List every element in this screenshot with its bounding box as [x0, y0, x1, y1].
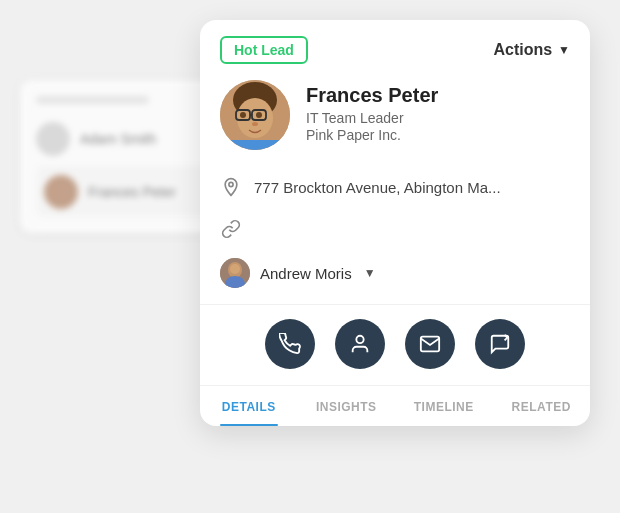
owner-row[interactable]: Andrew Moris ▼ [200, 250, 590, 304]
svg-point-15 [230, 264, 240, 274]
bg-name-adam: Adam Smith [80, 131, 156, 147]
contact-name: Frances Peter [306, 84, 438, 107]
profile-info: Frances Peter IT Team Leader Pink Paper … [306, 80, 438, 143]
tab-details[interactable]: DETAILS [200, 386, 298, 426]
contact-role: IT Team Leader [306, 110, 438, 126]
contact-card: Hot Lead Actions ▼ [200, 20, 590, 426]
owner-name: Andrew Moris [260, 265, 352, 282]
owner-chevron-icon: ▼ [364, 266, 376, 280]
bg-name-frances: Frances Peter [88, 184, 176, 200]
link-row[interactable] [200, 208, 590, 250]
avatar [220, 80, 290, 150]
address-text: 777 Brockton Avenue, Abington Ma... [254, 179, 501, 196]
contact-button[interactable] [335, 319, 385, 369]
tab-timeline[interactable]: TIMELINE [395, 386, 493, 426]
tab-row: DETAILS INSIGHTS TIMELINE RELATED [200, 385, 590, 426]
actions-label: Actions [493, 41, 552, 59]
link-icon [220, 218, 242, 240]
card-header: Hot Lead Actions ▼ [200, 20, 590, 76]
actions-button[interactable]: Actions ▼ [493, 41, 570, 59]
bg-list-item-frances: Frances Peter [36, 167, 224, 217]
svg-point-11 [229, 182, 233, 186]
svg-point-16 [356, 336, 363, 343]
profile-section: Frances Peter IT Team Leader Pink Paper … [200, 76, 590, 166]
chevron-down-icon: ▼ [558, 43, 570, 57]
tab-insights[interactable]: INSIGHTS [298, 386, 396, 426]
tab-related[interactable]: RELATED [493, 386, 591, 426]
location-icon [220, 176, 242, 198]
owner-avatar [220, 258, 250, 288]
bg-list-item-adam: Adam Smith [36, 112, 224, 167]
phone-button[interactable] [265, 319, 315, 369]
message-button[interactable] [475, 319, 525, 369]
address-row: 777 Brockton Avenue, Abington Ma... [200, 166, 590, 208]
bg-avatar-adam [36, 122, 70, 156]
hot-lead-badge: Hot Lead [220, 36, 308, 64]
svg-rect-10 [220, 80, 290, 150]
bg-avatar-frances [44, 175, 78, 209]
action-buttons-row [200, 304, 590, 385]
contact-company: Pink Paper Inc. [306, 127, 438, 143]
email-button[interactable] [405, 319, 455, 369]
